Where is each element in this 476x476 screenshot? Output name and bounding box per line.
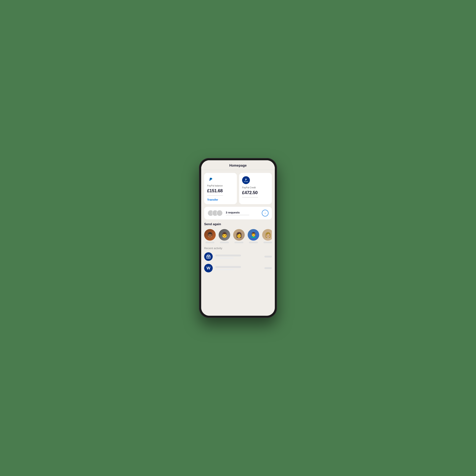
contact-name-bar-3 [235,242,243,243]
contact-item-2[interactable]: 👨 [219,229,230,243]
balance-cards-row: PayPal balance £151.68 Transfer P Credit… [204,173,272,204]
app-screen: Homepage P [201,160,275,316]
requests-arrow-button[interactable]: → [262,210,269,216]
paypal-balance-bar [207,195,223,196]
activity-amount-bar-2 [264,267,272,269]
activity-item-1[interactable] [204,252,272,261]
paypal-credit-bar [242,197,258,198]
requests-info: 3 requests [226,211,260,215]
activity-sub-bar-2 [215,269,234,270]
credit-p-letter: P [245,178,247,181]
page-title-bar: Homepage [201,160,275,170]
contact-item-3[interactable]: 👩 [233,229,245,243]
contact-name-bar-2 [220,242,229,243]
contact-item-5[interactable]: 👩🏼 [262,229,272,243]
requests-bar [226,215,249,215]
activity-sub-bar-1 [215,257,234,259]
activity-icon-w: W [204,264,213,272]
contact-name-bar-1 [205,242,214,243]
activity-item-2[interactable]: W [204,264,272,272]
send-again-title: Send again [204,222,272,226]
paypal-balance-amount: £151.68 [207,188,234,193]
activity-details-1 [215,255,262,259]
request-avatar-3 [216,210,223,216]
activity-list: W [204,252,272,272]
contact-avatar-2: 👨 [219,229,230,241]
contact-avatar-1: 👨🏾 [204,229,216,241]
paypal-credit-logo: P Credit [242,176,250,184]
activity-icon-shop [204,252,213,261]
paypal-credit-card[interactable]: P Credit PayPal Credit £472.50 [239,173,272,204]
requests-avatar-stack [207,210,223,216]
requests-card[interactable]: 3 requests → [204,207,272,220]
contact-avatar-5: 👩🏼 [262,229,272,241]
contact-avatar-3: 👩 [233,229,245,241]
recent-activity-title: Recent activity [204,247,272,250]
svg-rect-2 [208,257,209,258]
contact-item-1[interactable]: 👨🏾 [204,229,216,243]
phone-screen: Homepage P [201,160,275,316]
paypal-logo [207,176,214,183]
paypal-credit-label: PayPal Credit [242,186,269,189]
page-title: Homepage [205,164,271,168]
contact-avatar-4: 👨‍🦱 [248,229,259,241]
scroll-content[interactable]: PayPal balance £151.68 Transfer P Credit… [201,170,275,316]
transfer-button[interactable]: Transfer [207,198,234,201]
credit-text: Credit [244,181,248,182]
contact-name-bar-4 [249,242,258,243]
activity-amount-bar-1 [264,256,272,257]
send-again-contacts[interactable]: 👨🏾 👨 👩 [204,229,272,244]
phone-device: Homepage P [199,158,277,318]
contact-item-4[interactable]: 👨‍🦱 [248,229,259,243]
recent-activity-section: Recent activity [204,247,272,250]
activity-name-bar-2 [215,266,241,268]
paypal-balance-label: PayPal balance [207,185,234,187]
send-again-section: Send again [204,222,272,226]
activity-name-bar-1 [215,255,241,256]
contact-name-bar-5 [263,242,272,243]
paypal-credit-amount: £472.50 [242,190,269,195]
requests-count: 3 requests [226,211,260,214]
paypal-balance-card[interactable]: PayPal balance £151.68 Transfer [204,173,237,204]
activity-details-2 [215,266,262,270]
